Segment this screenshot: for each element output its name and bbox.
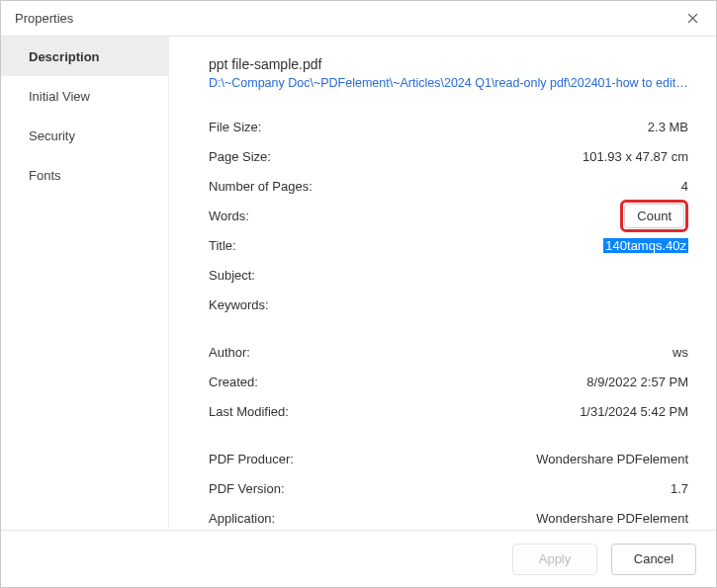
tab-label: Fonts [29,168,61,183]
row-modified: Last Modified: 1/31/2024 5:42 PM [209,396,688,426]
row-keywords: Keywords: [209,290,688,319]
window-title: Properties [15,11,678,26]
row-page-size: Page Size: 101.93 x 47.87 cm [209,141,688,171]
row-application: Application: Wondershare PDFelement [209,503,688,530]
label-subject: Subject: [209,268,347,283]
label-file-size: File Size: [209,120,347,134]
tab-label: Security [29,128,75,143]
close-icon [687,13,698,24]
row-producer: PDF Producer: Wondershare PDFelement [209,444,688,473]
close-button[interactable] [678,5,706,33]
value-modified: 1/31/2024 5:42 PM [347,404,688,419]
value-words: Count [347,200,688,232]
label-version: PDF Version: [209,481,347,496]
label-keywords: Keywords: [209,297,347,312]
row-created: Created: 8/9/2022 2:57 PM [209,367,688,396]
file-path-link[interactable]: D:\~Company Doc\~PDFelement\~Articles\20… [209,76,688,90]
row-file-size: File Size: 2.3 MB [209,112,688,141]
label-author: Author: [209,345,347,360]
value-num-pages: 4 [347,179,688,194]
title-input-selected: 140tamqs.40z [603,238,688,253]
value-version: 1.7 [347,481,688,496]
tab-security[interactable]: Security [1,116,168,155]
row-num-pages: Number of Pages: 4 [209,171,688,201]
value-page-size: 101.93 x 47.87 cm [347,149,688,164]
tab-label: Description [29,49,100,64]
value-file-size: 2.3 MB [347,120,688,134]
count-button[interactable]: Count [624,204,684,228]
tab-initial-view[interactable]: Initial View [1,76,168,116]
dialog-body: Description Initial View Security Fonts … [1,37,716,530]
row-title: Title: 140tamqs.40z [209,230,688,260]
label-title: Title: [209,238,347,253]
row-words: Words: Count [209,201,688,230]
label-words: Words: [209,209,347,223]
value-producer: Wondershare PDFelement [347,452,688,466]
tab-fonts[interactable]: Fonts [1,155,168,195]
count-highlight: Count [620,200,688,232]
label-modified: Last Modified: [209,404,347,419]
row-version: PDF Version: 1.7 [209,473,688,503]
file-name: ppt file-sample.pdf [209,56,688,72]
description-panel: ppt file-sample.pdf D:\~Company Doc\~PDF… [169,37,716,530]
label-page-size: Page Size: [209,149,347,164]
tab-description[interactable]: Description [1,37,168,76]
tab-label: Initial View [29,89,90,104]
value-created: 8/9/2022 2:57 PM [347,375,688,389]
properties-dialog: Properties Description Initial View Secu… [0,0,717,588]
label-application: Application: [209,511,347,526]
row-subject: Subject: [209,260,688,290]
label-created: Created: [209,375,347,389]
cancel-button[interactable]: Cancel [611,544,696,575]
label-producer: PDF Producer: [209,452,347,466]
value-title[interactable]: 140tamqs.40z [347,238,688,253]
apply-button: Apply [512,544,597,575]
value-application: Wondershare PDFelement [347,511,688,526]
titlebar: Properties [1,1,716,37]
sidebar: Description Initial View Security Fonts [1,37,169,530]
dialog-footer: Apply Cancel [1,530,716,587]
row-author: Author: ws [209,337,688,367]
label-num-pages: Number of Pages: [209,179,347,194]
value-author[interactable]: ws [347,345,688,360]
